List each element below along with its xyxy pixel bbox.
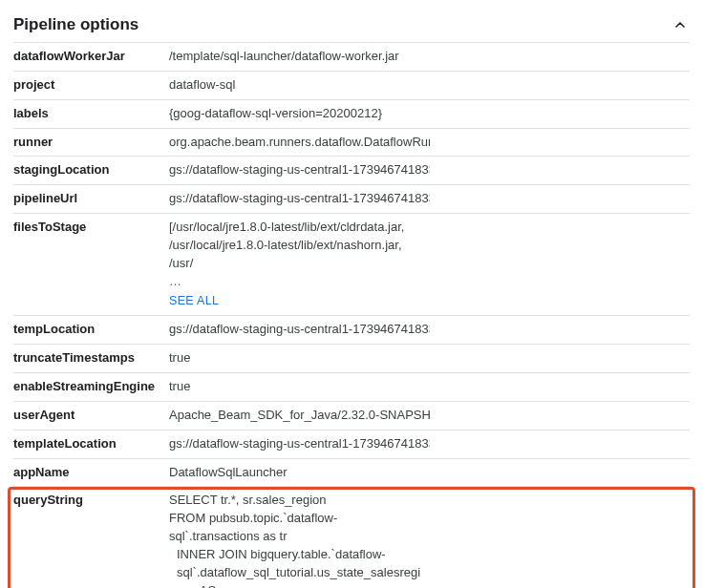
- option-value: dataflow-sql: [169, 71, 430, 99]
- option-key: project: [13, 71, 169, 99]
- option-value: gs://dataflow-staging-us-central1-173946…: [169, 185, 430, 214]
- pipeline-options-panel: Pipeline options dataflowWorkerJar /temp…: [0, 0, 703, 588]
- ellipsis-icon: …: [169, 274, 181, 288]
- option-value: gs://dataflow-staging-us-central1-173946…: [169, 316, 430, 345]
- option-key: tempLocation: [13, 316, 169, 345]
- option-value: /template/sql-launcher/dataflow-worker.j…: [169, 43, 430, 72]
- option-value: [/usr/local/jre1.8.0-latest/lib/ext/cldr…: [169, 214, 430, 316]
- table-row: appName DataflowSqlLauncher: [13, 458, 690, 487]
- options-table: dataflowWorkerJar /template/sql-launcher…: [13, 42, 690, 588]
- option-key: appName: [13, 458, 169, 487]
- option-key: enableStreamingEngine: [13, 372, 169, 401]
- files-value-text: [/usr/local/jre1.8.0-latest/lib/ext/cldr…: [169, 220, 404, 270]
- query-line: SELECT tr.*, sr.sales_region: [169, 492, 426, 510]
- option-key: labels: [13, 99, 169, 128]
- table-row: truncateTimestamps true: [13, 345, 690, 373]
- option-value: SELECT tr.*, sr.sales_region FROM pubsub…: [169, 487, 430, 588]
- option-value: gs://dataflow-staging-us-central1-173946…: [169, 430, 430, 458]
- option-key: queryString: [13, 487, 169, 588]
- option-value: gs://dataflow-staging-us-central1-173946…: [169, 157, 430, 185]
- option-key: filesToStage: [13, 214, 169, 316]
- table-row: userAgent Apache_Beam_SDK_for_Java/2.32.…: [13, 401, 690, 430]
- table-row-highlighted: queryString SELECT tr.*, sr.sales_region…: [13, 487, 690, 588]
- option-key: pipelineUrl: [13, 185, 169, 214]
- table-row: templateLocation gs://dataflow-staging-u…: [13, 430, 690, 458]
- option-value: org.apache.beam.runners.dataflow.Dataflo…: [169, 128, 430, 157]
- option-value: true: [169, 345, 430, 373]
- query-line: INNER JOIN bigquery.table.`dataflow-sql`…: [169, 546, 426, 588]
- option-value: Apache_Beam_SDK_for_Java/2.32.0-SNAPSHOT…: [169, 401, 430, 430]
- table-row: stagingLocation gs://dataflow-staging-us…: [13, 157, 690, 185]
- panel-header[interactable]: Pipeline options: [13, 10, 690, 42]
- option-key: templateLocation: [13, 430, 169, 458]
- table-row: enableStreamingEngine true: [13, 372, 690, 401]
- option-key: runner: [13, 128, 169, 157]
- table-row: filesToStage [/usr/local/jre1.8.0-latest…: [13, 214, 690, 316]
- option-value: DataflowSqlLauncher: [169, 458, 430, 487]
- table-row: labels {goog-dataflow-sql-version=202002…: [13, 99, 690, 128]
- table-row: tempLocation gs://dataflow-staging-us-ce…: [13, 316, 690, 345]
- option-value: true: [169, 372, 430, 401]
- option-key: userAgent: [13, 401, 169, 430]
- option-key: stagingLocation: [13, 157, 169, 185]
- panel-title: Pipeline options: [13, 15, 138, 34]
- table-row: project dataflow-sql: [13, 71, 690, 99]
- table-row: dataflowWorkerJar /template/sql-launcher…: [13, 43, 690, 72]
- option-key: truncateTimestamps: [13, 345, 169, 373]
- chevron-up-icon[interactable]: [671, 15, 690, 34]
- table-row: pipelineUrl gs://dataflow-staging-us-cen…: [13, 185, 690, 214]
- option-value: {goog-dataflow-sql-version=20200212}: [169, 99, 430, 128]
- option-key: dataflowWorkerJar: [13, 43, 169, 72]
- query-line: FROM pubsub.topic.`dataflow-sql`.transac…: [169, 510, 426, 546]
- see-all-link[interactable]: SEE ALL: [169, 290, 219, 309]
- table-row: runner org.apache.beam.runners.dataflow.…: [13, 128, 690, 157]
